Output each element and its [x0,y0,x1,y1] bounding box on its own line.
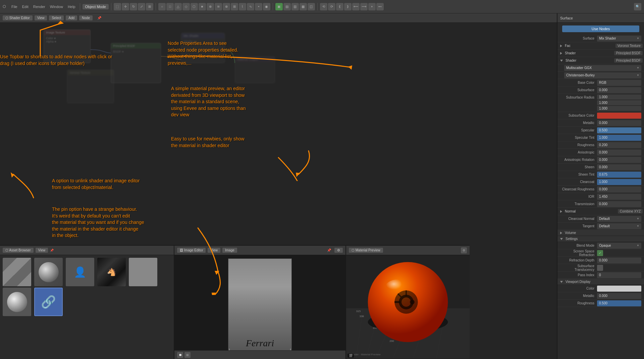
clearcoat-roughness-value[interactable]: 0.000 [597,186,641,192]
tool-select[interactable]: ⬚ [114,3,121,10]
select-menu[interactable]: Select [49,15,64,20]
thumb-2[interactable] [34,258,63,286]
use-nodes-button[interactable]: Use Nodes [562,25,639,32]
extra-1[interactable]: ⟲ [320,3,327,10]
img-zoom-in[interactable]: ⊞ [184,352,191,358]
shader1-value[interactable]: Principled BSDF [614,51,643,55]
extra-7[interactable]: ⌖ [368,3,376,10]
viewport-display-section[interactable]: Viewport Display [557,279,644,285]
ssr-checkbox[interactable]: ✓ [597,250,603,256]
view-tool-1[interactable]: ▣ [275,3,283,10]
node-tool-12[interactable]: ∿ [247,3,254,10]
fac-value[interactable]: Voronoi Texture [615,44,643,48]
asset-view[interactable]: View [36,248,48,253]
node-tool-6[interactable]: ★ [199,3,206,10]
preview-type[interactable]: ⬡ Material Preview [349,248,383,253]
extra-5[interactable]: ⟵ [352,3,360,10]
image-editor-type[interactable]: 🖼 Image Editor [177,248,206,253]
thumb-4[interactable]: 🐴 [97,258,126,286]
node-tool-5[interactable]: ⬡ [191,3,198,10]
christensen-dropdown[interactable]: Christensen-Burley ▼ [564,72,641,78]
node-tool-1[interactable]: ○ [158,3,166,10]
node-tool-11[interactable]: ⌇ [239,3,246,10]
anisotropic-value[interactable]: 0.000 [597,149,641,156]
preview-menu[interactable]: ⚙ [461,247,467,253]
view-tool-2[interactable]: ▤ [283,3,291,10]
node-tool-2[interactable]: □ [166,3,174,10]
thumb-3[interactable]: 👤 [66,258,94,286]
add-menu[interactable]: Add [66,15,77,20]
node-tool-8[interactable]: ≋ [215,3,222,10]
specular-value[interactable]: 0.500 [597,127,641,133]
tool-rotate[interactable]: ↻ [130,3,137,10]
subsurface-radius-z[interactable]: 1.000 [597,106,641,111]
node-menu[interactable]: Node [79,15,93,20]
vd-color-swatch[interactable] [597,286,641,292]
sheen-tint-value[interactable]: 0.675 [597,172,641,178]
clearcoat-normal-dropdown[interactable]: Default ▼ [597,216,641,222]
extra-6[interactable]: ⟶ [360,3,368,10]
base-color-value[interactable]: RGB [597,80,641,86]
tool-scale[interactable]: ⤢ [138,3,145,10]
extra-4[interactable]: ⟫ [344,3,352,10]
view-tool-5[interactable]: ◫ [308,3,315,10]
extra-8[interactable]: ⊷ [376,3,384,10]
clearcoat-value[interactable]: 1.000 [597,179,641,185]
transmission-value[interactable]: 0.000 [597,201,641,207]
surface-dropdown[interactable]: Mix Shader ▼ [597,36,641,42]
subsurface-radius-x[interactable]: 1.000 [597,95,641,100]
node-tool-7[interactable]: ⊕ [207,3,214,10]
thumb-1[interactable] [3,258,31,286]
roughness-value[interactable]: 0.200 [597,142,641,148]
preview-settings[interactable]: ⚙ [461,247,467,253]
menu-help[interactable]: Help [66,3,77,10]
image-menu[interactable]: Image [222,248,237,253]
node-tool-3[interactable]: △ [174,3,182,10]
shader2-value[interactable]: Principled BSDF [614,58,643,63]
node-tool-4[interactable]: ◇ [182,3,190,10]
refraction-depth-value[interactable]: 0.000 [597,257,641,263]
subsurface-radius-y[interactable]: 1.000 [597,100,641,105]
view-menu[interactable]: View [35,15,47,20]
vd-roughness-value[interactable]: 0.500 [597,300,641,306]
subsurface-color-swatch[interactable] [597,113,641,119]
tangent-dropdown[interactable]: Default ▼ [597,223,641,229]
node-tool-10[interactable]: ⊞ [231,3,238,10]
shader-row-1[interactable]: Shader Principled BSDF [557,50,644,57]
subsurface-value[interactable]: 0.000 [597,87,641,93]
blend-mode-dropdown[interactable]: Opaque ▼ [597,243,641,249]
image-view[interactable]: View [208,248,220,253]
menu-edit[interactable]: Edit [20,3,31,10]
vd-metallic-value[interactable]: 0.000 [597,293,641,299]
asset-type[interactable]: ⬡ Asset Browser [3,248,34,253]
extra-3[interactable]: ⟪ [336,3,343,10]
menu-window[interactable]: Window [48,3,65,10]
view-tool-3[interactable]: ▥ [291,3,299,10]
node-tool-13[interactable]: ⚬ [255,3,262,10]
node-editor-type[interactable]: ⬡ Shader Editor [3,15,33,20]
sheen-value[interactable]: 0.000 [597,164,641,170]
image-pin[interactable]: 📌 [327,248,331,252]
img-zoom-out[interactable]: 🔲 [177,352,183,358]
tool-move[interactable]: ✛ [122,3,129,10]
thumb-chain[interactable]: 🔗 [34,288,63,316]
node-tool-14[interactable]: ◉ [263,3,270,10]
specular-tint-value[interactable]: 1.000 [597,135,641,141]
pin-icon[interactable]: 📌 [50,249,54,252]
menu-render[interactable]: Render [31,3,47,10]
multiscatter-dropdown[interactable]: Multiscatter GGX ▼ [564,65,641,71]
extra-2[interactable]: ⟳ [328,3,335,10]
mode-selector[interactable]: Object Mode [83,4,109,9]
ior-value[interactable]: 1.450 [597,194,641,200]
search-icon[interactable]: 🔍 [634,3,641,10]
image-controls[interactable]: ⚙ [334,248,343,253]
metallic-value[interactable]: 0.000 [597,120,641,126]
thumb-5[interactable] [129,258,157,286]
fac-row[interactable]: Fac Voronoi Texture [557,42,644,50]
volume-section[interactable]: Volume [557,230,644,236]
tool-transform[interactable]: ⊞ [146,3,153,10]
main-toolbar[interactable]: ⬡ File Edit Render Window Help Object Mo… [0,0,644,13]
shader-row-2[interactable]: Shader Principled BSDF [557,57,644,64]
sst-checkbox[interactable] [597,265,603,271]
normal-value[interactable]: Combine XYZ [618,209,643,214]
